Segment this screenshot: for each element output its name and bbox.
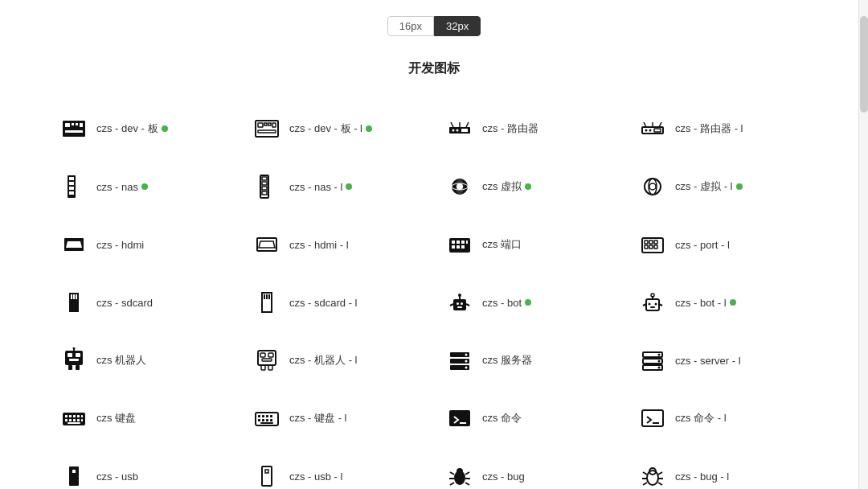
svg-rect-52 <box>461 245 465 249</box>
icon-label-hdmi: czs - hdmi <box>96 239 144 251</box>
svg-line-140 <box>450 472 454 475</box>
icon-item-server-l: czs - server - l <box>627 331 820 389</box>
icon-item-port: czs 端口 <box>434 216 627 273</box>
svg-rect-119 <box>68 422 80 424</box>
icon-label-keyboard-l: czs - 键盘 - l <box>289 411 347 425</box>
svg-rect-48 <box>461 240 465 244</box>
icon-label-bug-l: czs - bug - l <box>675 471 729 483</box>
icon-label-keyboard: czs 键盘 <box>96 411 136 425</box>
svg-rect-35 <box>262 191 267 195</box>
svg-rect-118 <box>81 419 83 421</box>
svg-rect-128 <box>270 419 272 421</box>
size-32px-button[interactable]: 32px <box>434 16 481 36</box>
usb-l-icon <box>252 462 281 489</box>
svg-rect-68 <box>461 302 463 305</box>
svg-rect-77 <box>650 306 655 308</box>
svg-rect-46 <box>452 240 455 244</box>
svg-point-13 <box>452 129 455 132</box>
icon-label-robot: czs 机器人 <box>96 353 146 368</box>
svg-line-18 <box>466 122 469 127</box>
svg-rect-34 <box>262 187 267 190</box>
icon-item-usb: czs - usb <box>48 447 241 489</box>
icon-item-nas-l: czs - nas - l <box>241 158 434 216</box>
svg-rect-91 <box>260 353 265 357</box>
svg-point-89 <box>73 347 76 350</box>
icon-item-command-l: czs 命令 - l <box>627 389 820 447</box>
svg-point-146 <box>647 471 658 485</box>
icon-label-nas-l: czs - nas - l <box>289 181 352 193</box>
icon-label-usb: czs - usb <box>96 471 138 483</box>
svg-rect-56 <box>654 240 657 244</box>
icon-item-keyboard: czs 键盘 <box>48 389 241 447</box>
nas-l-icon <box>252 172 281 201</box>
icon-label-bot: czs - bot <box>482 297 531 309</box>
svg-rect-69 <box>457 306 462 308</box>
svg-line-16 <box>451 122 453 127</box>
svg-point-20 <box>645 129 648 132</box>
svg-point-105 <box>658 354 661 356</box>
svg-rect-22 <box>654 129 661 132</box>
svg-line-145 <box>465 483 469 485</box>
svg-rect-50 <box>452 245 455 249</box>
svg-point-38 <box>457 183 463 190</box>
svg-rect-60 <box>71 294 72 299</box>
icon-label-command: czs 命令 <box>482 411 522 425</box>
svg-point-101 <box>465 367 468 369</box>
icon-item-hdmi: czs - hdmi <box>48 216 241 273</box>
icon-item-bug: czs - bug <box>434 447 627 489</box>
green-dot-virtual <box>525 183 531 190</box>
svg-rect-57 <box>645 245 648 249</box>
icon-item-server: czs 服务器 <box>434 331 627 389</box>
hdmi-l-icon <box>252 230 281 259</box>
svg-rect-2 <box>72 123 74 125</box>
icon-label-command-l: czs 命令 - l <box>675 411 727 425</box>
svg-point-99 <box>465 354 468 356</box>
svg-rect-1 <box>65 123 70 127</box>
circuit-board-l-icon <box>252 114 281 143</box>
icon-label-hdmi-l: czs - hdmi - l <box>289 239 349 251</box>
size-16px-button[interactable]: 16px <box>387 16 434 36</box>
icon-item-bug-l: czs - bug - l <box>627 447 820 489</box>
section-title: 开发图标 <box>48 60 820 77</box>
server-l-icon <box>638 346 667 375</box>
svg-point-42 <box>649 183 656 190</box>
svg-rect-135 <box>72 470 76 473</box>
svg-line-142 <box>450 483 454 485</box>
svg-rect-126 <box>262 419 264 421</box>
svg-point-40 <box>645 179 661 195</box>
server-icon <box>445 346 474 375</box>
svg-rect-61 <box>73 294 75 299</box>
icon-item-bot-l: czs - bot - l <box>627 273 820 331</box>
svg-line-153 <box>658 483 662 485</box>
svg-rect-11 <box>258 130 276 133</box>
svg-rect-125 <box>258 419 260 421</box>
svg-rect-3 <box>76 123 78 125</box>
icon-item-sdcard: czs - sdcard <box>48 273 241 331</box>
svg-rect-116 <box>73 419 76 421</box>
robot-l-icon <box>252 346 281 375</box>
svg-rect-84 <box>76 353 80 357</box>
size-toggle: 16px 32px <box>48 16 820 36</box>
svg-rect-83 <box>68 353 72 357</box>
icon-item-port-l: czs - port - l <box>627 216 820 273</box>
svg-line-151 <box>658 472 662 475</box>
robot-icon <box>59 346 88 375</box>
command-icon <box>445 404 474 433</box>
svg-rect-134 <box>69 466 79 486</box>
svg-rect-129 <box>260 422 273 424</box>
keyboard-icon <box>59 404 88 433</box>
svg-point-107 <box>658 367 661 369</box>
svg-line-148 <box>643 472 647 475</box>
green-dot-nas <box>141 183 148 190</box>
svg-rect-5 <box>65 130 83 133</box>
bot-icon <box>445 288 474 317</box>
icon-item-virtual: czs 虚拟 <box>434 158 627 216</box>
svg-point-71 <box>458 294 461 297</box>
port-icon <box>445 230 474 259</box>
icon-item-robot-l: czs - 机器人 - l <box>241 331 434 389</box>
icon-item-router-l: czs - 路由器 - l <box>627 100 820 158</box>
icon-label-port: czs 端口 <box>482 237 522 252</box>
icon-item-command: czs 命令 <box>434 389 627 447</box>
bug-icon <box>445 462 474 489</box>
svg-rect-27 <box>69 177 74 180</box>
